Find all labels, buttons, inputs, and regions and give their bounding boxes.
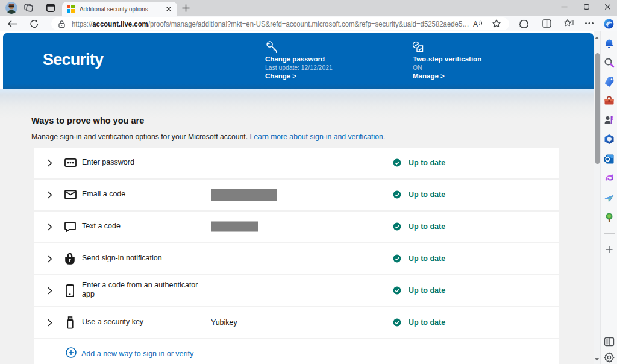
svg-text:A: A <box>473 20 478 28</box>
